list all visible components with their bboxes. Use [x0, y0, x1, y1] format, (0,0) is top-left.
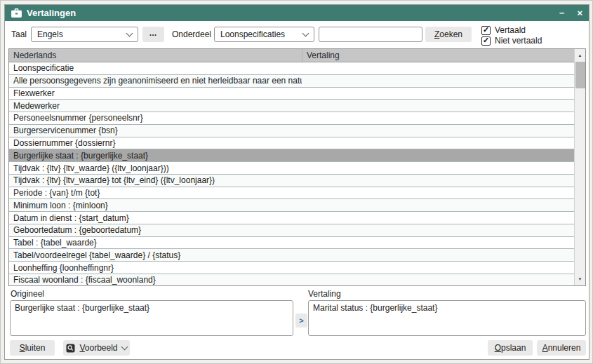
window-title: Vertalingen	[27, 8, 76, 18]
cell-nederlands: Tabel/voordeelregel {tabel_waarde} / {st…	[9, 250, 302, 260]
cell-nederlands: Medewerker	[9, 101, 302, 111]
column-header-nederlands[interactable]: Nederlands	[9, 49, 302, 62]
checkbox-row-vertaald[interactable]: ✓ Vertaald	[481, 25, 526, 35]
taal-label: Taal	[11, 27, 27, 42]
close-icon[interactable]: ×	[577, 8, 582, 18]
screen: Vertalingen − × Taal Engels ••• Onderdee…	[0, 0, 593, 364]
minimize-icon[interactable]: −	[559, 8, 565, 18]
table-header: Nederlands Vertaling	[9, 49, 574, 62]
checkbox-row-niet-vertaald[interactable]: ✓ Niet vertaald	[481, 36, 542, 46]
cell-nederlands: Geboortedatum : {geboortedatum}	[9, 225, 302, 235]
cell-nederlands: Datum in dienst : {start_datum}	[9, 213, 302, 223]
opslaan-button[interactable]: Opslaan	[488, 340, 533, 356]
cell-nederlands: Alle persoonsgegevens zijn geanonimiseer…	[9, 76, 302, 86]
table-row[interactable]: Tijdvak : {ltv} {ltv_waarde} ({ltv_loonj…	[9, 162, 574, 175]
check-icon: ✓	[483, 26, 489, 34]
sluiten-button-label: Sluiten	[20, 343, 46, 353]
table-row[interactable]: Personeelsnummer {personeelsnr}	[9, 112, 574, 125]
cell-nederlands: Burgerservicenummer {bsn}	[9, 126, 302, 135]
more-languages-button[interactable]: •••	[142, 27, 164, 42]
vertaling-label: Vertaling	[308, 289, 341, 299]
scroll-down-icon[interactable]: ▼	[575, 273, 585, 285]
zoeken-button[interactable]: Zoeken	[425, 27, 472, 42]
preview-icon	[66, 344, 75, 353]
origineel-label: Origineel	[11, 289, 44, 299]
origineel-textarea[interactable]: Burgerlijke staat : {burgerlijke_staat}	[10, 300, 293, 336]
annuleren-button-label: Annuleren	[542, 343, 581, 353]
table-row[interactable]: Dossiernummer {dossiernr}	[9, 137, 574, 150]
table-row[interactable]: Loonspecificatie	[9, 62, 574, 75]
table-row[interactable]: Tijdvak : {ltv} {ltv_waarde} tot {ltv_ei…	[9, 175, 574, 187]
niet-vertaald-checkbox[interactable]: ✓	[481, 36, 491, 46]
taal-select-value: Engels	[37, 29, 63, 39]
translation-table: Nederlands Vertaling Loonspecificatie Al…	[8, 48, 586, 286]
annuleren-button[interactable]: Annuleren	[537, 340, 586, 356]
cell-nederlands: Loonheffing {loonheffingnr}	[9, 263, 302, 273]
onderdeel-label: Onderdeel	[172, 27, 211, 42]
table-rows: Loonspecificatie Alle persoonsgegevens z…	[9, 62, 574, 285]
onderdeel-select[interactable]: Loonspecificaties	[214, 27, 314, 42]
cell-nederlands: Dossiernummer {dossiernr}	[9, 138, 302, 148]
chevron-down-icon	[302, 30, 309, 37]
briefcase-icon	[11, 8, 22, 18]
table-row[interactable]: Alle persoonsgegevens zijn geanonimiseer…	[9, 75, 574, 88]
table-row[interactable]: Fiscaal woonland : {fiscaal_woonland}	[9, 274, 574, 285]
vertaald-checkbox-label: Vertaald	[495, 25, 526, 35]
scroll-up-icon[interactable]: ▲	[575, 49, 585, 62]
vertical-scrollbar[interactable]: ▲ ▼	[574, 49, 585, 285]
check-icon: ✓	[483, 36, 489, 44]
voorbeeld-button[interactable]: Voorbeeld	[63, 340, 130, 356]
table-row[interactable]: Burgerlijke staat : {burgerlijke_staat}	[9, 149, 574, 162]
table-row[interactable]: Geboortedatum : {geboortedatum}	[9, 224, 574, 237]
search-input[interactable]	[319, 27, 422, 42]
cell-nederlands: Periode : {van} t/m {tot}	[9, 188, 302, 198]
table-row[interactable]: Loonheffing {loonheffingnr}	[9, 262, 574, 274]
table-row[interactable]: Flexwerker	[9, 88, 574, 100]
scrollbar-track[interactable]	[575, 88, 585, 273]
chevron-down-icon	[126, 30, 133, 37]
table-row[interactable]: Periode : {van} t/m {tot}	[9, 187, 574, 200]
scrollbar-thumb[interactable]	[575, 62, 585, 88]
titlebar[interactable]: Vertalingen − ×	[5, 5, 589, 21]
table-row[interactable]: Medewerker	[9, 100, 574, 112]
vertaald-checkbox[interactable]: ✓	[481, 26, 491, 35]
column-header-vertaling[interactable]: Vertaling	[302, 49, 574, 62]
voorbeeld-button-label: Voorbeeld	[79, 343, 117, 353]
cell-nederlands: Personeelsnummer {personeelsnr}	[9, 113, 302, 123]
copy-to-translation-button[interactable]: >	[295, 314, 307, 328]
zoeken-button-label: Zoeken	[434, 29, 462, 39]
onderdeel-select-value: Loonspecificaties	[220, 29, 285, 39]
vertalingen-dialog: Vertalingen − × Taal Engels ••• Onderdee…	[4, 4, 589, 360]
cell-nederlands: Fiscaal woonland : {fiscaal_woonland}	[9, 275, 302, 285]
table-row[interactable]: Tabel/voordeelregel {tabel_waarde} / {st…	[9, 249, 574, 262]
table-row[interactable]: Datum in dienst : {start_datum}	[9, 212, 574, 224]
table-row[interactable]: Burgerservicenummer {bsn}	[9, 125, 574, 137]
chevron-down-icon	[121, 344, 128, 351]
cell-nederlands: Tijdvak : {ltv} {ltv_waarde} ({ltv_loonj…	[9, 163, 302, 173]
opslaan-button-label: Opslaan	[495, 343, 526, 353]
cell-nederlands: Flexwerker	[9, 88, 302, 98]
niet-vertaald-checkbox-label: Niet vertaald	[495, 36, 542, 46]
sluiten-button[interactable]: Sluiten	[10, 340, 55, 356]
table-row[interactable]: Tabel : {tabel_waarde}	[9, 237, 574, 250]
cell-nederlands: Burgerlijke staat : {burgerlijke_staat}	[9, 151, 302, 161]
cell-nederlands: Tabel : {tabel_waarde}	[9, 238, 302, 248]
cell-nederlands: Minimum loon : {minloon}	[9, 201, 302, 210]
taal-select[interactable]: Engels	[31, 27, 138, 42]
cell-nederlands: Loonspecificatie	[9, 63, 302, 73]
cell-nederlands: Tijdvak : {ltv} {ltv_waarde} tot {ltv_ei…	[9, 175, 302, 185]
vertaling-textarea[interactable]: Marital status : {burgerlijke_staat}	[308, 300, 586, 336]
table-row[interactable]: Minimum loon : {minloon}	[9, 199, 574, 212]
